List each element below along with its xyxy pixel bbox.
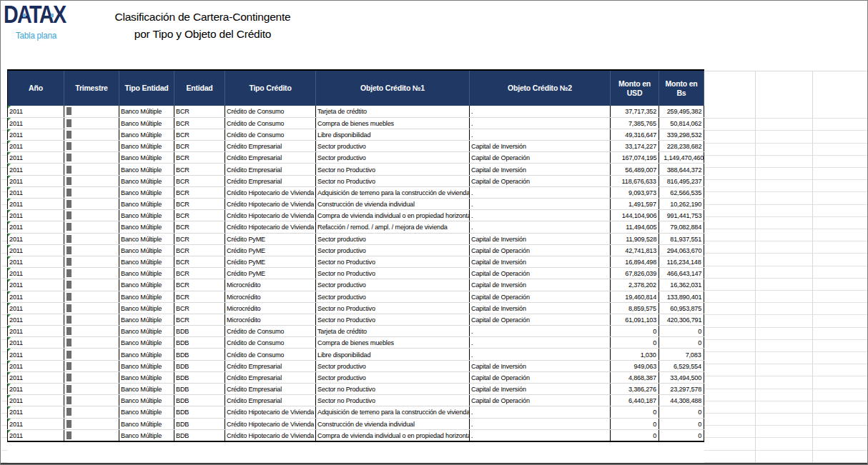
cell-ano[interactable]: 2011 [8, 256, 64, 267]
cell-monto-bs[interactable]: 0 [659, 337, 704, 349]
cell-ano[interactable]: 2011 [8, 337, 64, 349]
cell-ano[interactable]: 2011 [8, 233, 64, 244]
cell-tipo-entidad[interactable]: Banco Múltiple [119, 429, 174, 441]
cell-tipo-entidad[interactable]: Banco Múltiple [119, 256, 174, 267]
cell-ano[interactable]: 2011 [8, 199, 64, 210]
cell-monto-usd[interactable]: 61,091,103 [611, 314, 659, 325]
cell-objeto-credito-1[interactable]: Sector no Productivo [316, 175, 470, 186]
cell-tipo-credito[interactable]: Crédito PyME [225, 233, 316, 244]
cell-entidad[interactable]: BDB [174, 418, 225, 429]
cell-trimestre[interactable] [64, 279, 119, 291]
cell-trimestre[interactable] [64, 141, 119, 152]
cell-trimestre[interactable] [64, 256, 119, 267]
cell-trimestre[interactable] [64, 429, 119, 441]
cell-objeto-credito-2[interactable]: . [470, 406, 611, 418]
cell-monto-usd[interactable]: 9,093,973 [611, 186, 659, 198]
cell-monto-usd[interactable]: 118,676,633 [611, 175, 659, 186]
cell-objeto-credito-1[interactable]: Adquisición de terreno para la construcc… [316, 406, 470, 418]
cell-objeto-credito-2[interactable]: Capital de Operación [470, 268, 611, 279]
cell-ano[interactable]: 2011 [8, 279, 64, 291]
cell-ano[interactable]: 2011 [8, 164, 64, 175]
cell-objeto-credito-1[interactable]: Sector no Productivo [316, 256, 470, 267]
cell-monto-bs[interactable]: 16,362,031 [659, 279, 704, 291]
cell-monto-bs[interactable]: 388,644,372 [659, 164, 704, 175]
cell-monto-bs[interactable]: 1,149,470,460 [659, 152, 704, 164]
cell-objeto-credito-2[interactable]: . [470, 429, 611, 441]
cell-monto-bs[interactable]: 116,234,148 [659, 256, 704, 267]
cell-entidad[interactable]: BCR [174, 186, 225, 198]
cell-ano[interactable]: 2011 [8, 244, 64, 256]
cell-ano[interactable]: 2011 [8, 152, 64, 164]
cell-entidad[interactable]: BCR [174, 256, 225, 267]
cell-objeto-credito-2[interactable]: Capital de Operación [470, 175, 611, 186]
cell-monto-bs[interactable]: 259,495,382 [659, 106, 704, 117]
cell-monto-usd[interactable]: 42,741,813 [611, 244, 659, 256]
cell-entidad[interactable]: BCR [174, 279, 225, 291]
cell-tipo-entidad[interactable]: Banco Múltiple [119, 279, 174, 291]
cell-trimestre[interactable] [64, 152, 119, 164]
cell-tipo-entidad[interactable]: Banco Múltiple [119, 152, 174, 164]
cell-objeto-credito-2[interactable]: Capital de Inversión [470, 256, 611, 267]
cell-entidad[interactable]: BCR [174, 141, 225, 152]
cell-ano[interactable]: 2011 [8, 326, 64, 337]
cell-tipo-entidad[interactable]: Banco Múltiple [119, 233, 174, 244]
cell-tipo-credito[interactable]: Crédito Hipotecario de Vivienda [225, 429, 316, 441]
cell-entidad[interactable]: BCR [174, 106, 225, 117]
cell-monto-usd[interactable]: 33,174,227 [611, 141, 659, 152]
cell-ano[interactable]: 2011 [8, 129, 64, 140]
cell-trimestre[interactable] [64, 268, 119, 279]
cell-objeto-credito-1[interactable]: Tarjeta de crédtito [316, 326, 470, 337]
cell-objeto-credito-1[interactable]: Construcción de vivienda individual [316, 418, 470, 429]
cell-tipo-credito[interactable]: Crédito Empresarial [225, 152, 316, 164]
cell-monto-bs[interactable]: 10,262,190 [659, 199, 704, 210]
cell-monto-usd[interactable]: 1,030 [611, 349, 659, 360]
cell-tipo-credito[interactable]: Microcrédito [225, 291, 316, 302]
cell-objeto-credito-2[interactable]: Capital de Inversión [470, 384, 611, 395]
cell-tipo-credito[interactable]: Crédito PyME [225, 256, 316, 267]
cell-tipo-entidad[interactable]: Banco Múltiple [119, 326, 174, 337]
cell-ano[interactable]: 2011 [8, 349, 64, 360]
cell-ano[interactable]: 2011 [8, 106, 64, 117]
cell-entidad[interactable]: BDB [174, 429, 225, 441]
cell-trimestre[interactable] [64, 117, 119, 129]
cell-tipo-credito[interactable]: Crédito Empresarial [225, 360, 316, 371]
cell-monto-usd[interactable]: 11,909,528 [611, 233, 659, 244]
cell-tipo-credito[interactable]: Crédito Empresarial [225, 175, 316, 186]
cell-ano[interactable]: 2011 [8, 418, 64, 429]
cell-entidad[interactable]: BCR [174, 129, 225, 140]
cell-trimestre[interactable] [64, 186, 119, 198]
cell-monto-bs[interactable]: 33,494,500 [659, 371, 704, 383]
cell-objeto-credito-2[interactable]: Capital de Operación [470, 152, 611, 164]
cell-monto-bs[interactable]: 60,953,875 [659, 302, 704, 314]
cell-monto-usd[interactable]: 7,385,765 [611, 117, 659, 129]
cell-monto-bs[interactable]: 0 [659, 326, 704, 337]
cell-objeto-credito-1[interactable]: Sector no Productivo [316, 302, 470, 314]
cell-trimestre[interactable] [64, 106, 119, 117]
cell-monto-bs[interactable]: 420,306,791 [659, 314, 704, 325]
cell-objeto-credito-1[interactable]: Compra de vivienda individual o en propi… [316, 210, 470, 221]
cell-entidad[interactable]: BCR [174, 152, 225, 164]
cell-ano[interactable]: 2011 [8, 186, 64, 198]
cell-objeto-credito-2[interactable]: Capital de Inversión [470, 164, 611, 175]
cell-objeto-credito-2[interactable]: . [470, 117, 611, 129]
cell-monto-usd[interactable]: 0 [611, 337, 659, 349]
cell-objeto-credito-1[interactable]: Sector productivo [316, 244, 470, 256]
cell-objeto-credito-2[interactable]: Capital de Operación [470, 291, 611, 302]
cell-objeto-credito-2[interactable]: . [470, 210, 611, 221]
cell-entidad[interactable]: BDB [174, 395, 225, 406]
cell-tipo-entidad[interactable]: Banco Múltiple [119, 186, 174, 198]
cell-ano[interactable]: 2011 [8, 302, 64, 314]
cell-tipo-entidad[interactable]: Banco Múltiple [119, 395, 174, 406]
cell-entidad[interactable]: BCR [174, 233, 225, 244]
cell-objeto-credito-1[interactable]: Sector no Productivo [316, 268, 470, 279]
cell-tipo-credito[interactable]: Microcrédito [225, 302, 316, 314]
cell-trimestre[interactable] [64, 129, 119, 140]
cell-tipo-credito[interactable]: Crédito de Consumo [225, 129, 316, 140]
cell-trimestre[interactable] [64, 326, 119, 337]
cell-tipo-credito[interactable]: Crédito de Consumo [225, 337, 316, 349]
cell-objeto-credito-1[interactable]: Sector productivo [316, 371, 470, 383]
cell-ano[interactable]: 2011 [8, 314, 64, 325]
cell-ano[interactable]: 2011 [8, 371, 64, 383]
cell-objeto-credito-2[interactable]: Capital de Inversión [470, 233, 611, 244]
cell-monto-usd[interactable]: 0 [611, 406, 659, 418]
